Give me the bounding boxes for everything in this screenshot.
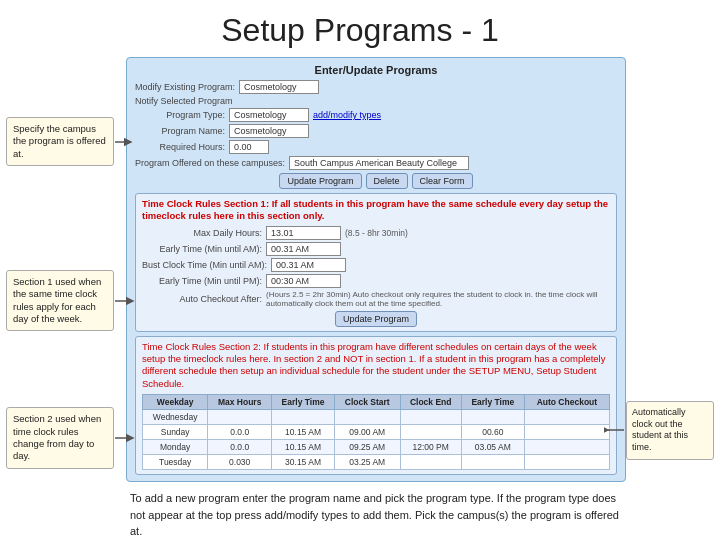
clear-form-button[interactable]: Clear Form (412, 173, 473, 189)
notify-label: Notify Selected Program (135, 96, 233, 106)
section1-buttons: Update Program (142, 311, 610, 327)
col-clockstart: Clock Start (335, 395, 401, 410)
auto-clock-out-annotation: Automatically clock out the student at t… (626, 401, 714, 460)
page-container: Setup Programs - 1 Specify the campus th… (0, 0, 720, 540)
section2-box: Time Clock Rules Section 2: If students … (135, 336, 617, 475)
table-cell: 00.60 (461, 425, 524, 440)
table-cell: 10.15 AM (272, 425, 335, 440)
max-daily-row: Max Daily Hours: 13.01 (8.5 - 8hr 30min) (142, 226, 610, 240)
table-cell: Wednesday (143, 410, 208, 425)
modify-value[interactable]: Cosmetology (239, 80, 319, 94)
specify-campus-annotation: Specify the campus the program is offere… (6, 117, 114, 166)
center-content: Enter/Update Programs Modify Existing Pr… (126, 57, 626, 540)
table-cell: 03.05 AM (461, 440, 524, 455)
page-title: Setup Programs - 1 (0, 0, 720, 57)
col-autocheckout: Auto Checkout (524, 395, 609, 410)
table-cell: 09.25 AM (335, 440, 401, 455)
table-cell (524, 410, 609, 425)
program-type-label: Program Type: (135, 110, 225, 120)
campus-value[interactable]: South Campus American Beauty College (289, 156, 469, 170)
col-weekday: Weekday (143, 395, 208, 410)
col-earlytime: Early Time (272, 395, 335, 410)
bottom-text: To add a new program enter the program n… (126, 490, 626, 540)
auto-checkout-note: (Hours 2.5 = 2hr 30min) Auto checkout on… (266, 290, 610, 308)
add-modify-types-link[interactable]: add/modify types (313, 110, 381, 120)
spacer2 (6, 337, 126, 407)
table-cell: Tuesday (143, 455, 208, 470)
bust-clock-value[interactable]: 00.31 AM (271, 258, 346, 272)
program-name-value[interactable]: Cosmetology (229, 124, 309, 138)
table-row: Monday0.0.010.15 AM09.25 AM12:00 PM03.05… (143, 440, 610, 455)
table-cell: 30.15 AM (272, 455, 335, 470)
table-cell (400, 455, 461, 470)
early-time-am-value[interactable]: 00.31 AM (266, 242, 341, 256)
program-type-value[interactable]: Cosmetology (229, 108, 309, 122)
bust-clock-row: Bust Clock Time (Min until AM): 00.31 AM (142, 258, 610, 272)
spacer1 (6, 172, 126, 270)
early-time-am-label: Early Time (Min until AM): (142, 244, 262, 254)
table-cell (461, 455, 524, 470)
table-cell (461, 410, 524, 425)
table-cell (524, 440, 609, 455)
section1-update-button[interactable]: Update Program (335, 311, 417, 327)
table-cell (272, 410, 335, 425)
required-hours-value[interactable]: 0.00 (229, 140, 269, 154)
table-cell (400, 410, 461, 425)
section1-box: Time Clock Rules Section 1: If all stude… (135, 193, 617, 332)
program-type-row: Program Type: Cosmetology add/modify typ… (135, 108, 617, 122)
right-annotations: Automatically clock out the student at t… (626, 57, 714, 540)
max-daily-label: Max Daily Hours: (142, 228, 262, 238)
form-buttons: Update Program Delete Clear Form (135, 173, 617, 189)
enter-update-programs-form: Enter/Update Programs Modify Existing Pr… (126, 57, 626, 482)
schedule-table: Weekday Max Hours Early Time Clock Start… (142, 394, 610, 470)
required-hours-row: Required Hours: 0.00 (135, 140, 617, 154)
update-program-button[interactable]: Update Program (279, 173, 361, 189)
auto-clock-out-wrapper: Automatically clock out the student at t… (626, 401, 714, 460)
table-header-row: Weekday Max Hours Early Time Clock Start… (143, 395, 610, 410)
table-row: Tuesday0.03030.15 AM03.25 AM (143, 455, 610, 470)
section2-annotation: Section 2 used when time clock rules cha… (6, 407, 114, 468)
bust-clock-label: Bust Clock Time (Min until AM): (142, 260, 267, 270)
section1-annotation: Section 1 used when the same time clock … (6, 270, 114, 331)
table-cell (524, 425, 609, 440)
auto-clock-out-arrow-icon (604, 420, 626, 440)
table-cell: 03.25 AM (335, 455, 401, 470)
program-name-label: Program Name: (135, 126, 225, 136)
table-cell (524, 455, 609, 470)
table-cell (208, 410, 272, 425)
campus-label: Program Offered on these campuses: (135, 158, 285, 168)
left-annotations: Specify the campus the program is offere… (6, 57, 126, 540)
main-layout: Specify the campus the program is offere… (0, 57, 720, 540)
early-time-pm-label: Early Time (Min until PM): (142, 276, 262, 286)
table-cell: 0.0.0 (208, 425, 272, 440)
modify-label: Modify Existing Program: (135, 82, 235, 92)
section2-header: Time Clock Rules Section 2: If students … (142, 341, 610, 390)
max-daily-value[interactable]: 13.01 (266, 226, 341, 240)
early-time-pm-row: Early Time (Min until PM): 00:30 AM (142, 274, 610, 288)
campus-row: Program Offered on these campuses: South… (135, 156, 617, 170)
table-cell: 0.030 (208, 455, 272, 470)
table-cell: Monday (143, 440, 208, 455)
program-name-row: Program Name: Cosmetology (135, 124, 617, 138)
section2-arrow-icon (113, 428, 137, 448)
col-maxhours: Max Hours (208, 395, 272, 410)
early-time-am-row: Early Time (Min until AM): 00.31 AM (142, 242, 610, 256)
table-row: Wednesday (143, 410, 610, 425)
table-cell: 10.15 AM (272, 440, 335, 455)
col-clockend: Clock End (400, 395, 461, 410)
table-cell: 12:00 PM (400, 440, 461, 455)
table-cell (335, 410, 401, 425)
auto-checkout-label: Auto Checkout After: (142, 294, 262, 304)
table-cell: Sunday (143, 425, 208, 440)
max-daily-note: (8.5 - 8hr 30min) (345, 228, 408, 238)
section1-arrow-icon (113, 291, 137, 311)
early-time-pm-value[interactable]: 00:30 AM (266, 274, 341, 288)
campus-arrow-icon (113, 132, 135, 152)
required-hours-label: Required Hours: (135, 142, 225, 152)
table-cell (400, 425, 461, 440)
modify-program-row: Modify Existing Program: Cosmetology (135, 80, 617, 94)
table-cell: 0.0.0 (208, 440, 272, 455)
table-row: Sunday0.0.010.15 AM09.00 AM00.60 (143, 425, 610, 440)
delete-button[interactable]: Delete (366, 173, 408, 189)
section1-header: Time Clock Rules Section 1: If all stude… (142, 198, 610, 223)
